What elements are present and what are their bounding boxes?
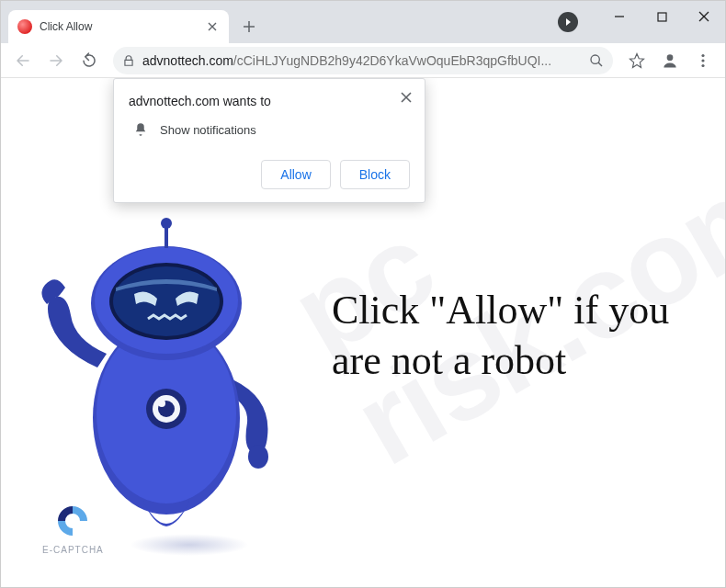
dialog-title: advnottech.com wants to [129, 94, 410, 108]
svg-point-12 [158, 400, 165, 407]
favicon-recording-icon [17, 19, 32, 34]
svg-point-2 [667, 54, 674, 61]
browser-tab[interactable]: Click Allow [8, 10, 229, 43]
media-control-button[interactable] [558, 12, 578, 32]
close-window-button[interactable] [683, 1, 725, 32]
robot-shadow [130, 534, 249, 556]
forward-button[interactable] [41, 46, 71, 75]
ecaptcha-label: E-CAPTCHA [42, 545, 104, 555]
minimize-button[interactable] [598, 1, 641, 32]
close-icon [698, 11, 709, 22]
ecaptcha-badge: E-CAPTCHA [42, 501, 104, 555]
tab-close-button[interactable] [205, 19, 220, 34]
svg-point-5 [701, 63, 704, 66]
user-icon [661, 51, 679, 70]
arrow-left-icon [15, 52, 31, 69]
toolbar: advnottech.com/cCiHLJYugNDB2h9y42D6YkaVw… [1, 43, 725, 78]
tab-title: Click Allow [40, 20, 198, 33]
bookmark-button[interactable] [622, 46, 652, 75]
menu-button[interactable] [688, 46, 718, 75]
permission-row: Show notifications [129, 121, 410, 138]
search-icon [589, 53, 604, 68]
dialog-close-button[interactable] [395, 86, 417, 108]
block-button[interactable]: Block [340, 160, 410, 189]
titlebar: Click Allow [1, 1, 725, 43]
minimize-icon [614, 11, 625, 22]
address-bar[interactable]: advnottech.com/cCiHLJYugNDB2h9y42D6YkaVw… [113, 47, 613, 74]
url-text: advnottech.com/cCiHLJYugNDB2h9y42D6YkaVw… [142, 53, 582, 68]
star-icon [629, 52, 645, 69]
maximize-button[interactable] [641, 1, 683, 32]
back-button[interactable] [8, 46, 38, 75]
ecaptcha-logo-icon [52, 501, 93, 541]
page-message: Click "Allow" if you are not a robot [332, 285, 725, 386]
reload-button[interactable] [74, 46, 104, 75]
svg-point-1 [591, 55, 599, 63]
close-icon [208, 22, 217, 31]
close-icon [401, 92, 412, 103]
dialog-actions: Allow Block [129, 160, 410, 189]
svg-point-4 [701, 59, 704, 62]
new-tab-button[interactable] [236, 14, 262, 40]
permission-label: Show notifications [160, 123, 256, 137]
bell-icon [132, 121, 149, 138]
svg-point-3 [701, 53, 704, 56]
svg-rect-0 [658, 13, 666, 21]
browser-window: Click Allow [0, 0, 726, 588]
arrow-right-icon [48, 52, 64, 69]
reload-icon [81, 52, 97, 69]
page-content: pc risk.com [1, 78, 725, 587]
profile-button[interactable] [655, 46, 685, 75]
svg-point-6 [248, 445, 268, 469]
notification-permission-dialog: advnottech.com wants to Show notificatio… [113, 78, 425, 203]
allow-button[interactable]: Allow [261, 160, 330, 189]
plus-icon [243, 20, 255, 33]
kebab-icon [696, 53, 710, 68]
maximize-icon [657, 12, 667, 22]
lock-icon [122, 54, 135, 67]
svg-point-18 [113, 266, 220, 336]
window-controls [598, 1, 725, 38]
svg-point-16 [161, 218, 172, 229]
